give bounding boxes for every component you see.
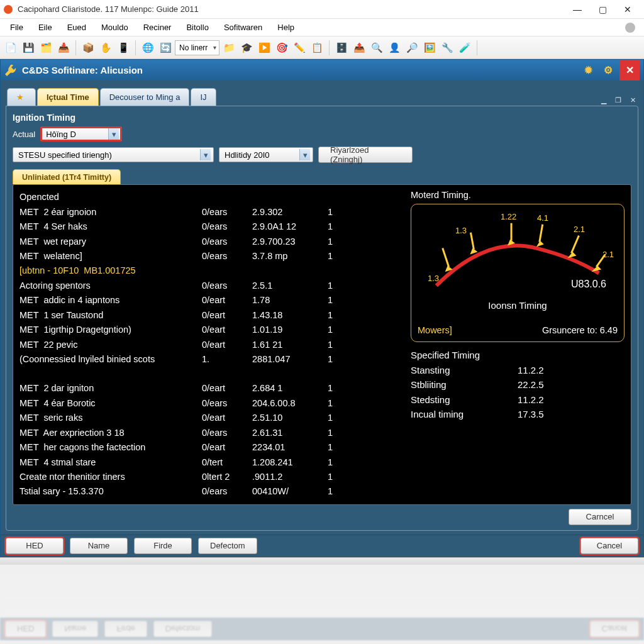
menu-eued[interactable]: Eued	[60, 20, 94, 35]
toolbar-pen-icon[interactable]: ✏️	[291, 40, 308, 56]
menu-eile[interactable]: Eile	[31, 20, 60, 35]
toolbar-saveall-icon[interactable]: 🗂️	[38, 40, 54, 56]
button-riyarl[interactable]: Riyarlzoed (Zninghj)	[318, 147, 413, 163]
gauge-center: U83.0.6	[571, 279, 606, 290]
combo-specified[interactable]: STESU specified tiriengh)	[13, 147, 214, 162]
gauge-tick-5: 2.1	[602, 250, 614, 259]
toolbar-globe-icon[interactable]: 🌐	[140, 40, 156, 56]
button-defectom[interactable]: Defectom	[198, 538, 257, 554]
console-right: Moterd Timing.	[411, 190, 625, 499]
toolbar-export-icon[interactable]: 📤	[351, 40, 367, 56]
status-bar	[0, 557, 644, 565]
panel-restore-icon[interactable]: ❐	[613, 94, 624, 106]
toolbar-image-icon[interactable]: 🖼️	[421, 40, 438, 56]
menu-mouldo[interactable]: Mouldo	[94, 20, 136, 35]
close-button[interactable]: ✕	[615, 0, 640, 19]
menu-file[interactable]: File	[3, 20, 31, 35]
star-icon: ★	[16, 92, 24, 102]
svg-marker-7	[470, 248, 477, 255]
reflection-name: Name	[52, 621, 98, 637]
actual-combo[interactable]: Hôïng D	[40, 126, 122, 142]
svg-marker-9	[536, 241, 544, 247]
gauge: 1.3 1.3 1.22 4.1 2.1 2.1 U83.0.6 Ioonsn …	[411, 204, 625, 342]
toolbar-search-icon[interactable]: 🔎	[404, 40, 420, 56]
toolbar: 📄 💾 🗂️ 📥 📦 ✋ 📱 🌐 🔄 No linerr 📁 🎓 ▶️ 🎯 ✏️…	[0, 36, 644, 59]
toolbar-analyze-icon[interactable]: 🔍	[369, 40, 385, 56]
button-name[interactable]: Name	[70, 538, 128, 554]
spec-row: Stansting11.2.2	[411, 363, 625, 377]
svg-line-3	[540, 225, 543, 242]
reflection-defect: Defectom	[153, 621, 213, 637]
toolbar-db-icon[interactable]: 🗄️	[333, 40, 350, 56]
maximize-button[interactable]: ▢	[590, 0, 615, 19]
menu-bitollo[interactable]: Bitollo	[179, 20, 216, 35]
inner-titlebar: C&DS Sofitinare: Alicusion ✹ ⚙ ✕	[1, 60, 643, 80]
menu-reciner[interactable]: Reciner	[136, 20, 179, 35]
tab-ij[interactable]: IJ	[191, 88, 216, 106]
svg-line-1	[470, 233, 474, 250]
panel-close-icon[interactable]: ✕	[627, 94, 638, 106]
tab-actual-time[interactable]: Içtual Time	[37, 88, 99, 106]
reflection-firde: Firde	[104, 621, 147, 637]
svg-marker-10	[568, 252, 577, 258]
globe-icon[interactable]	[625, 23, 635, 33]
toolbar-user-icon[interactable]: 👤	[386, 40, 402, 56]
console: Opencted MET 2 éar ignoion0/ears2.9.3021…	[13, 184, 631, 505]
button-firde[interactable]: Firde	[134, 538, 192, 554]
subtab-unliniated[interactable]: Unliniated (1Tr4 Timitty)	[13, 169, 121, 184]
titlebar: Cacipohard Cliaristode. 117 Mulenpc: Gui…	[0, 0, 644, 19]
toolbar-open-icon[interactable]: 📥	[55, 40, 72, 56]
toolbar-hand-icon[interactable]: ✋	[97, 40, 114, 56]
toolbar-tool-icon[interactable]: 🔧	[439, 40, 455, 56]
gauge-sub: Ioonsn Timing	[411, 300, 624, 311]
inner-body: ★ Içtual Time Decouser to Ming a IJ ▁ ❐ …	[1, 80, 643, 535]
spec-row: Incual timing17.3.5	[411, 407, 625, 421]
inner-title-text: C&DS Sofitinare: Alicusion	[22, 65, 143, 75]
console-output: Opencted MET 2 éar ignoion0/ears2.9.3021…	[19, 190, 402, 499]
toolbar-save-icon[interactable]: 💾	[20, 40, 36, 56]
inner-gear-icon[interactable]: ⚙	[598, 60, 618, 80]
button-hed[interactable]: HED	[6, 538, 64, 554]
gauge-title: Moterd Timing.	[411, 190, 625, 200]
svg-line-0	[443, 248, 449, 267]
toolbar-folder-icon[interactable]: 📁	[221, 40, 237, 56]
button-cancel[interactable]: Cancel	[580, 538, 638, 554]
tab-star[interactable]: ★	[7, 88, 36, 106]
combo-date[interactable]: Hdlitidy 20I0	[219, 147, 313, 162]
menu-sofitwaren[interactable]: Sofitwaren	[216, 20, 270, 35]
app-icon	[4, 5, 13, 14]
toolbar-graduation-icon[interactable]: 🎓	[238, 40, 255, 56]
toolbar-module-icon[interactable]: 📦	[80, 40, 96, 56]
gauge-tick-0: 1.3	[428, 274, 439, 283]
toolbar-video-icon[interactable]: ▶️	[256, 40, 272, 56]
gauge-tick-4: 2.1	[574, 225, 585, 234]
toolbar-refresh-icon[interactable]: 🔄	[157, 40, 174, 56]
inner-close-button[interactable]: ✕	[619, 60, 640, 80]
gauge-bottom-left: Mowers]	[418, 325, 452, 335]
reflection: HED Name Firde Defectom Cancel	[0, 565, 644, 640]
gauge-tick-1: 1.3	[455, 226, 467, 235]
toolbar-note-icon[interactable]: 📋	[309, 40, 325, 56]
window-title: Cacipohard Cliaristode. 117 Mulenpc: Gui…	[18, 4, 199, 14]
toolbar-probe-icon[interactable]: 🧪	[457, 40, 473, 56]
panel-minimize-icon[interactable]: ▁	[598, 94, 609, 106]
spec-row: Stedsting11.2.2	[411, 392, 625, 407]
tab-decouser[interactable]: Decouser to Ming a	[100, 88, 190, 106]
toolbar-new-icon[interactable]: 📄	[3, 40, 19, 56]
spec-row: Stbliiting22.2.5	[411, 377, 625, 392]
toolbar-device-icon[interactable]: 📱	[115, 40, 131, 56]
toolbar-target-icon[interactable]: 🎯	[274, 40, 290, 56]
panel-cancel-button[interactable]: Carncel	[569, 509, 631, 525]
actual-label: Actual	[13, 130, 35, 139]
inner-settings-icon[interactable]: ✹	[578, 60, 598, 80]
spec-table: Stansting11.2.2Stbliiting22.2.5Stedsting…	[411, 363, 625, 421]
section-title: Ignition Timing	[13, 113, 631, 123]
toolbar-combo[interactable]: No linerr	[175, 40, 219, 55]
gauge-bottom-right: Grsuncere to: 6.49	[542, 325, 618, 335]
menu-help[interactable]: Help	[270, 20, 302, 35]
minimize-button[interactable]: —	[565, 0, 590, 19]
inner-window: C&DS Sofitinare: Alicusion ✹ ⚙ ✕ ★ Içtua…	[0, 59, 644, 557]
svg-line-4	[571, 236, 579, 253]
spec-title: Specified Timing	[411, 350, 625, 360]
gauge-tick-3: 4.1	[537, 213, 548, 223]
